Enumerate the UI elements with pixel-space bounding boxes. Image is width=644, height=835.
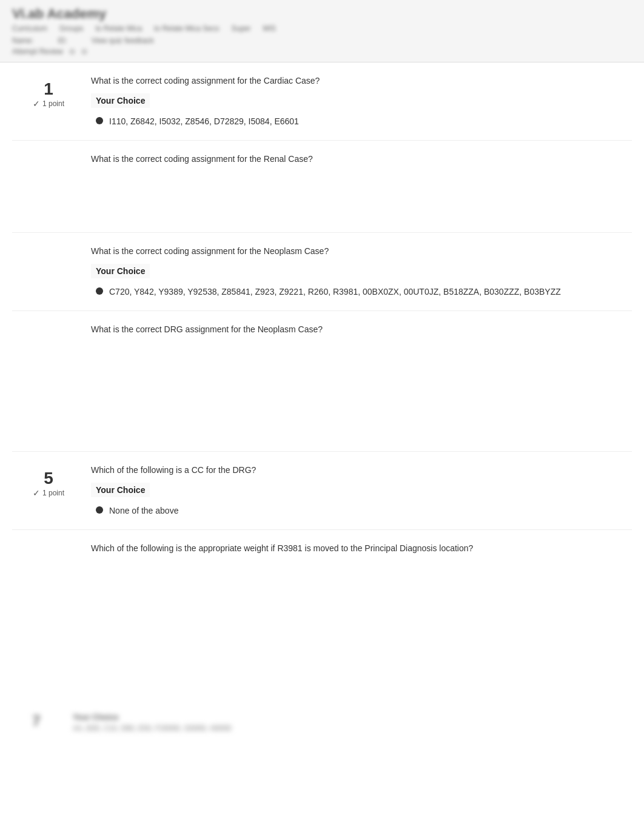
question-5-score-label: 1 point — [42, 489, 64, 497]
question-5-text: Which of the following is a CC for the D… — [91, 464, 632, 477]
attempt-meta: ⊙ — [69, 47, 75, 56]
nav-link-4[interactable]: to Relate Mica Seco — [154, 24, 219, 33]
question-5-content: Which of the following is a CC for the D… — [85, 464, 632, 517]
blurred-content: Your Choice AA, B30, C10, D80, E50, F200… — [73, 713, 632, 733]
question-2-content: What is the correct coding assignment fo… — [85, 153, 632, 220]
nav-link-groups[interactable]: Groups — [59, 24, 83, 33]
question-3-text: What is the correct coding assignment fo… — [91, 245, 632, 258]
question-1-answer: I110, Z6842, I5032, Z8546, D72829, I5084… — [109, 115, 299, 128]
meta-row2: Attempt Review ⊙ ⊙ — [12, 47, 632, 56]
question-1-text: What is the correct coding assignment fo… — [91, 75, 632, 87]
question-1-score-label: 1 point — [42, 99, 64, 108]
main-content: 1 ✓ 1 point What is the correct coding a… — [0, 75, 644, 694]
name-label: Name: — [12, 36, 33, 45]
blurred-number: 7 — [12, 713, 61, 733]
id-label: ID: — [58, 36, 67, 45]
question-1-bullet — [96, 117, 103, 124]
question-5-choice-item: None of the above — [91, 505, 632, 517]
app-title: Vi.ab Academy — [12, 6, 106, 22]
meta-row1: Name: ID: View quiz feedback — [12, 36, 632, 45]
question-block-5: 5 ✓ 1 point Which of the following is a … — [12, 464, 632, 530]
question-block-1: 1 ✓ 1 point What is the correct coding a… — [12, 75, 632, 141]
question-6-number-col — [12, 542, 85, 658]
attempt-review-label: Attempt Review — [12, 47, 63, 56]
view-quiz-feedback[interactable]: View quiz feedback — [92, 36, 154, 45]
question-5-bullet — [96, 506, 103, 514]
question-4-number-col — [12, 323, 85, 439]
question-4-text: What is the correct DRG assignment for t… — [91, 323, 632, 336]
question-3-number-col — [12, 245, 85, 298]
question-6-text: Which of the following is the appropriat… — [91, 542, 632, 555]
question-3-content: What is the correct coding assignment fo… — [85, 245, 632, 298]
nav-links: Curriculum Groups to Relate Mica to Rela… — [12, 24, 632, 33]
question-3-answer: C720, Y842, Y9389, Y92538, Z85841, Z923,… — [109, 286, 561, 298]
question-1-your-choice-label: Your Choice — [91, 93, 150, 108]
question-2-empty — [91, 172, 632, 220]
question-block-4: What is the correct DRG assignment for t… — [12, 323, 632, 452]
nav-link-curriculum[interactable]: Curriculum — [12, 24, 47, 33]
question-1-choice-item: I110, Z6842, I5032, Z8546, D72829, I5084… — [91, 115, 632, 128]
blurred-label: Your Choice — [73, 713, 632, 722]
question-1-number-col: 1 ✓ 1 point — [12, 75, 85, 128]
question-2-number-col — [12, 153, 85, 220]
question-5-score: ✓ 1 point — [12, 488, 85, 498]
nav-link-super[interactable]: Super — [231, 24, 250, 33]
check-icon-5: ✓ — [33, 488, 40, 498]
nav-link-mis[interactable]: MIS — [263, 24, 276, 33]
blurred-text: AA, B30, C10, D80, E50, F20000, G0000, H… — [73, 724, 632, 733]
question-3-choice-item: C720, Y842, Y9389, Y92538, Z85841, Z923,… — [91, 286, 632, 298]
question-6-content: Which of the following is the appropriat… — [85, 542, 632, 658]
question-4-content: What is the correct DRG assignment for t… — [85, 323, 632, 439]
question-5-number-col: 5 ✓ 1 point — [12, 464, 85, 517]
question-3-bullet — [96, 287, 103, 295]
check-icon-1: ✓ — [33, 99, 40, 109]
attempt-score: ⊙ — [81, 47, 87, 56]
question-5-answer: None of the above — [109, 505, 178, 517]
blurred-section: 7 Your Choice AA, B30, C10, D80, E50, F2… — [0, 706, 644, 739]
top-bar: Vi.ab Academy Curriculum Groups to Relat… — [0, 0, 644, 62]
question-3-your-choice-label: Your Choice — [91, 264, 150, 278]
nav-link-3[interactable]: to Relate Mica — [95, 24, 142, 33]
question-1-number: 1 — [12, 81, 85, 98]
question-1-score: ✓ 1 point — [12, 99, 85, 109]
question-block-6: Which of the following is the appropriat… — [12, 542, 632, 670]
question-2-text: What is the correct coding assignment fo… — [91, 153, 632, 166]
question-block-3: What is the correct coding assignment fo… — [12, 245, 632, 311]
question-5-number: 5 — [12, 470, 85, 487]
question-5-your-choice-label: Your Choice — [91, 483, 150, 497]
question-4-empty — [91, 342, 632, 391]
question-1-content: What is the correct coding assignment fo… — [85, 75, 632, 128]
question-block-2: What is the correct coding assignment fo… — [12, 153, 632, 233]
question-6-empty — [91, 561, 632, 609]
